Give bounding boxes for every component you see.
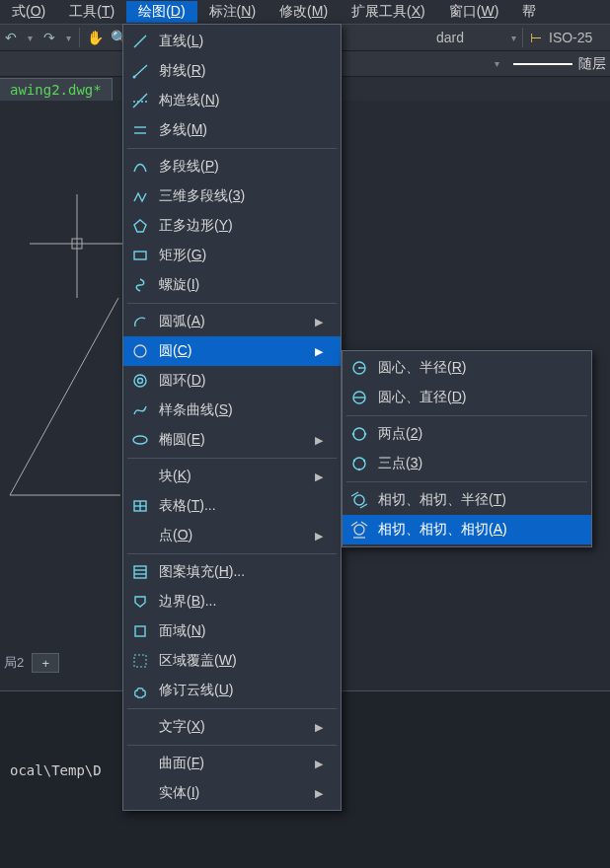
svg-point-16: [138, 379, 143, 384]
submenu-arrow-icon: ▶: [315, 316, 323, 328]
menuitem-boundary[interactable]: 边界(B)...: [123, 587, 341, 616]
menuitem-pline[interactable]: 多段线(P): [123, 152, 341, 181]
redo-icon[interactable]: ↷: [40, 29, 58, 46]
svg-line-5: [134, 36, 146, 47]
menu-M[interactable]: 修改(M): [267, 1, 340, 23]
file-tab[interactable]: awing2.dwg*: [0, 78, 113, 101]
svg-point-15: [134, 375, 146, 387]
menuitem-c4[interactable]: 三点(3): [343, 449, 591, 478]
menuitem-item[interactable]: 实体(I)▶: [123, 778, 341, 808]
menuitem-label: 多线(M): [159, 121, 323, 139]
menuitem-item[interactable]: 点(O)▶: [123, 521, 341, 550]
menuitem-3dpoly[interactable]: 三维多段线(3): [123, 181, 341, 211]
table-icon: [129, 495, 151, 517]
svg-line-6: [134, 65, 147, 77]
c5-icon: [348, 489, 370, 511]
text-style-field[interactable]: dard: [436, 30, 505, 45]
pan-icon[interactable]: ✋: [86, 29, 104, 46]
menuitem-region[interactable]: 面域(N): [123, 616, 341, 646]
menu-N[interactable]: 标注(N): [197, 1, 267, 23]
menuitem-item[interactable]: 文字(X)▶: [123, 712, 341, 742]
dropdown-arrow-icon[interactable]: ▾: [26, 33, 35, 43]
submenu-arrow-icon: ▶: [315, 787, 323, 800]
menuitem-c3[interactable]: 两点(2): [343, 419, 591, 449]
menuitem-revcloud[interactable]: 修订云线(U): [123, 676, 341, 705]
ray-icon: [129, 60, 151, 82]
svg-rect-25: [134, 655, 146, 667]
menuitem-label: 多段线(P): [159, 158, 323, 176]
menu-D[interactable]: 绘图(D): [126, 1, 196, 23]
menuitem-label: 文字(X): [159, 718, 301, 736]
layer-label[interactable]: 随层: [578, 55, 606, 73]
svg-point-14: [134, 345, 146, 357]
layout-tab[interactable]: 局2: [4, 654, 24, 672]
rect-icon: [129, 245, 151, 266]
add-layout-button[interactable]: +: [32, 653, 59, 673]
menu-item[interactable]: 帮: [510, 1, 548, 23]
menuitem-helix[interactable]: 螺旋(I): [123, 270, 341, 300]
svg-point-36: [363, 460, 365, 462]
svg-point-32: [352, 433, 355, 436]
dropdown-arrow-icon[interactable]: ▾: [509, 33, 518, 43]
menuitem-label: 块(K): [159, 468, 301, 485]
menuitem-circle[interactable]: 圆(C)▶: [123, 336, 341, 366]
svg-rect-13: [134, 252, 146, 259]
revcloud-icon: [129, 680, 151, 701]
menuitem-polygon[interactable]: 正多边形(Y): [123, 211, 341, 241]
svg-point-7: [133, 76, 136, 79]
draw-menu: 直线(L)射线(R)构造线(N)多线(M)多段线(P)三维多段线(3)正多边形(…: [122, 24, 342, 811]
menuitem-label: 正多边形(Y): [159, 217, 323, 235]
menuitem-item[interactable]: 块(K)▶: [123, 462, 341, 491]
blank-icon: [129, 466, 151, 487]
submenu-arrow-icon: ▶: [315, 758, 323, 770]
menuitem-hatch[interactable]: 图案填充(H)...: [123, 557, 341, 587]
menuitem-mline[interactable]: 多线(M): [123, 115, 341, 145]
menuitem-c1[interactable]: 圆心、半径(R): [343, 353, 591, 383]
linetype-swatch[interactable]: [513, 63, 572, 65]
menuitem-spline[interactable]: 样条曲线(S): [123, 396, 341, 425]
menu-O[interactable]: 式(O): [0, 1, 57, 23]
menuitem-wipeout[interactable]: 区域覆盖(W): [123, 646, 341, 676]
submenu-arrow-icon: ▶: [315, 434, 323, 447]
wipeout-icon: [129, 650, 151, 672]
menuitem-c5[interactable]: 相切、相切、半径(T): [343, 485, 591, 515]
svg-rect-21: [134, 566, 146, 578]
dropdown-arrow-icon[interactable]: ▾: [64, 33, 73, 43]
dim-style-field[interactable]: ISO-25: [549, 30, 608, 45]
menuitem-item[interactable]: 曲面(F)▶: [123, 749, 341, 778]
menuitem-label: 样条曲线(S): [159, 401, 323, 419]
menuitem-rect[interactable]: 矩形(G): [123, 241, 341, 270]
dim-style-icon[interactable]: ⊢: [527, 29, 545, 46]
pline-icon: [129, 156, 151, 178]
menuitem-ray[interactable]: 射线(R): [123, 56, 341, 86]
svg-point-41: [354, 525, 364, 535]
undo-icon[interactable]: ↶: [2, 29, 20, 46]
menuitem-label: 矩形(G): [159, 247, 323, 264]
menuitem-c6[interactable]: 相切、相切、相切(A): [343, 515, 591, 544]
dropdown-arrow-icon[interactable]: ▾: [493, 58, 501, 69]
menuitem-label: 面域(N): [159, 622, 323, 640]
donut-icon: [129, 370, 151, 392]
menuitem-arc[interactable]: 圆弧(A)▶: [123, 307, 341, 336]
menuitem-label: 射线(R): [159, 62, 323, 80]
menuitem-c2[interactable]: 圆心、直径(D): [343, 383, 591, 412]
menuitem-table[interactable]: 表格(T)...: [123, 491, 341, 521]
spline-icon: [129, 399, 151, 421]
menuitem-label: 椭圆(E): [159, 431, 301, 449]
menu-W[interactable]: 窗口(W): [437, 1, 511, 23]
menu-bar: 式(O)工具(T)绘图(D)标注(N)修改(M)扩展工具(X)窗口(W)帮: [0, 0, 610, 24]
menuitem-label: 三维多段线(3): [159, 187, 323, 205]
circle-submenu: 圆心、半径(R)圆心、直径(D)两点(2)三点(3)相切、相切、半径(T)相切、…: [342, 350, 592, 547]
svg-point-35: [353, 460, 355, 462]
menuitem-ellipse[interactable]: 椭圆(E)▶: [123, 425, 341, 455]
svg-point-33: [364, 433, 367, 436]
svg-point-31: [353, 428, 365, 440]
svg-marker-12: [134, 220, 146, 232]
menuitem-donut[interactable]: 圆环(D): [123, 366, 341, 396]
menuitem-xline[interactable]: 构造线(N): [123, 86, 341, 115]
menuitem-label: 相切、相切、半径(T): [378, 491, 573, 509]
menuitem-line[interactable]: 直线(L): [123, 27, 341, 56]
menuitem-label: 修订云线(U): [159, 682, 323, 699]
menu-T[interactable]: 工具(T): [57, 1, 126, 23]
menu-X[interactable]: 扩展工具(X): [340, 1, 437, 23]
